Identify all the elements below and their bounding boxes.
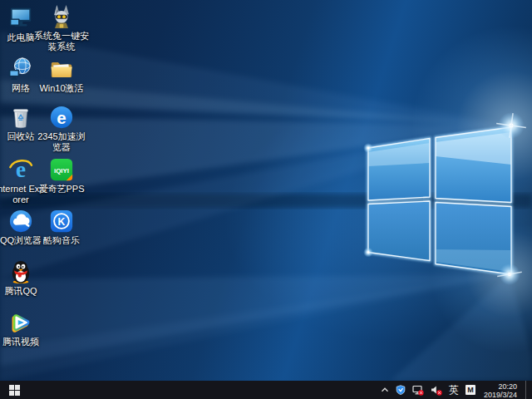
desktop-icon-kugou-music[interactable]: K 酷狗音乐	[34, 209, 89, 246]
desktop-icon-win10-activate[interactable]: Win10激活	[34, 57, 89, 94]
recycle-bin-icon	[8, 105, 33, 130]
svg-text:iQIYI: iQIYI	[54, 167, 69, 175]
input-method-indicator[interactable]: M	[466, 385, 475, 395]
clock-date: 2019/3/24	[484, 391, 517, 399]
internet-explorer-icon: e	[8, 157, 33, 182]
this-pc-icon	[8, 6, 33, 31]
svg-text:e: e	[57, 108, 66, 127]
network-icon	[8, 57, 33, 81]
volume-muted-icon[interactable]	[431, 385, 442, 396]
taskbar-clock[interactable]: 20:20 2019/3/24	[482, 382, 519, 399]
desktop-screen: 此电脑 网络	[0, 0, 532, 399]
iqiyi-pps-icon: iQIYI	[49, 157, 74, 182]
icon-label: 腾讯QQ	[0, 286, 48, 297]
tencent-qq-icon	[8, 259, 33, 284]
taskbar: 英 M 20:20 2019/3/24	[0, 381, 532, 399]
qq-browser-icon	[8, 209, 33, 234]
icon-label: 2345加速浏览器	[34, 131, 89, 153]
icon-label: 爱奇艺PPS	[34, 184, 89, 195]
desktop-icon-tencent-qq[interactable]: 腾讯QQ	[0, 259, 48, 297]
network-disconnected-icon[interactable]	[412, 385, 424, 396]
system-rabbit-icon	[49, 4, 74, 29]
ime-language-indicator[interactable]: 英	[449, 381, 459, 399]
icon-label: 系统兔一键安装系统	[34, 31, 89, 52]
start-button[interactable]	[0, 381, 28, 399]
security-shield-icon[interactable]	[396, 385, 406, 395]
show-desktop-button[interactable]	[525, 381, 529, 399]
tray-overflow-chevron-icon[interactable]	[381, 386, 389, 394]
desktop-icon-2345-browser[interactable]: e 2345加速浏览器	[34, 105, 89, 153]
clock-time: 20:20	[484, 382, 517, 391]
windows-logo-icon	[9, 385, 20, 396]
2345-browser-icon: e	[49, 105, 74, 130]
desktop-icon-system-rabbit[interactable]: 系统兔一键安装系统	[34, 4, 89, 52]
icon-label: 酷狗音乐	[34, 235, 89, 246]
system-tray: 英 M 20:20 2019/3/24	[381, 381, 532, 399]
svg-text:K: K	[58, 216, 66, 228]
desktop-icon-iqiyi-pps[interactable]: iQIYI 爱奇艺PPS	[34, 157, 89, 195]
icon-label: 腾讯视频	[0, 337, 48, 347]
tencent-video-icon	[8, 310, 33, 335]
win10-activate-folder-icon	[49, 57, 74, 81]
kugou-music-icon: K	[49, 209, 74, 234]
icon-label: Win10激活	[34, 83, 89, 94]
desktop-icon-tencent-video[interactable]: 腾讯视频	[0, 310, 48, 347]
